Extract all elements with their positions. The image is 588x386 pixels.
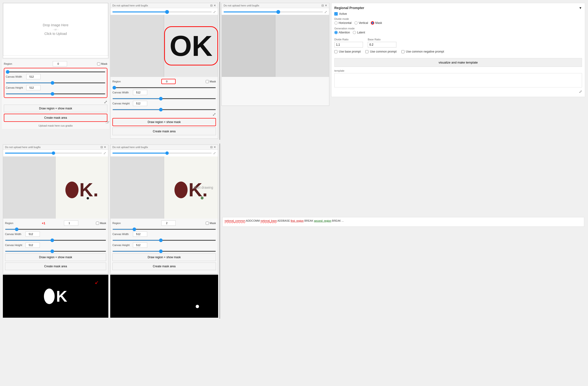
mask-checkbox-2[interactable]: Mask bbox=[206, 80, 216, 83]
canvas-width-slider-2[interactable] bbox=[112, 98, 216, 99]
top-slider-2[interactable] bbox=[112, 11, 212, 12]
base-ratio-input[interactable] bbox=[368, 42, 396, 47]
canvas-left-2[interactable] bbox=[110, 15, 164, 77]
canvas-height-slider-b1[interactable] bbox=[5, 251, 106, 252]
mask-checkbox-b1[interactable]: Mask bbox=[96, 222, 106, 225]
canvas-width-slider-b2[interactable] bbox=[112, 240, 216, 241]
use-common-neg-prompt-check[interactable] bbox=[401, 50, 404, 53]
region-input-b2[interactable] bbox=[161, 221, 176, 226]
canvas-width-input-1[interactable] bbox=[26, 74, 41, 79]
create-mask-btn-2[interactable]: Create mask area bbox=[112, 128, 216, 135]
vertical-radio[interactable]: Vertical bbox=[354, 21, 368, 24]
canvas-height-input-1[interactable] bbox=[26, 85, 41, 90]
mask-radio-circle[interactable] bbox=[371, 21, 374, 24]
minimize-icon-b2[interactable]: ⊟ bbox=[210, 145, 213, 149]
draw-region-btn-1[interactable]: Draw region + show mask bbox=[4, 105, 107, 112]
latent-radio-circle[interactable] bbox=[353, 31, 356, 34]
use-common-prompt-check[interactable] bbox=[365, 50, 368, 53]
canvas-height-slider-b2[interactable] bbox=[112, 251, 216, 252]
slider-b2[interactable] bbox=[112, 153, 212, 154]
ratio-section: Divide Ratio Base Ratio bbox=[334, 38, 582, 47]
latent-radio[interactable]: Latent bbox=[353, 31, 365, 34]
canvas-height-slider-1[interactable] bbox=[6, 93, 105, 94]
canvas-left-b1[interactable] bbox=[3, 157, 56, 219]
drawing-area-b1[interactable]: K. bbox=[3, 157, 108, 219]
divide-ratio-input[interactable] bbox=[334, 42, 363, 47]
region-slider-1[interactable] bbox=[6, 71, 105, 72]
canvas-width-slider-b1[interactable] bbox=[5, 240, 106, 241]
canvas-width-input-2[interactable] bbox=[133, 90, 147, 95]
region-label-b1: Region bbox=[5, 222, 24, 225]
slider-b1[interactable] bbox=[5, 153, 102, 154]
create-mask-btn-b1[interactable]: Create mask area bbox=[5, 263, 106, 270]
expand-icon-2[interactable]: ⤢ bbox=[112, 112, 216, 117]
region-slider-2[interactable] bbox=[112, 87, 216, 88]
black-dot-b1 bbox=[87, 197, 89, 200]
expand-b2[interactable]: ⤢ bbox=[213, 151, 216, 155]
close-icon-b2[interactable]: ✕ bbox=[213, 145, 216, 149]
canvas-right-b1[interactable]: K. bbox=[56, 157, 108, 219]
use-base-prompt-check[interactable] bbox=[334, 50, 337, 53]
upload-mask-link-1[interactable]: Upload mask here cus gradio bbox=[4, 124, 107, 127]
canvas-width-row-b1: Canvas Width bbox=[5, 231, 106, 237]
horizontal-radio[interactable]: Horizontal bbox=[334, 21, 352, 24]
expand-canvas-icon-3[interactable]: ⤢ bbox=[324, 10, 327, 14]
region-input-b1[interactable] bbox=[64, 221, 78, 226]
canvas-height-input-b1[interactable] bbox=[25, 242, 40, 248]
visualize-btn[interactable]: visualize and make template bbox=[334, 58, 582, 67]
draw-region-btn-b2[interactable]: Draw region + show mask bbox=[112, 253, 216, 261]
create-mask-btn-1[interactable]: Create mask area bbox=[4, 114, 107, 122]
canvas-height-row-b1: Canvas Height bbox=[5, 242, 106, 248]
canvas-width-slider-1[interactable] bbox=[6, 82, 105, 83]
collapse-icon[interactable]: ▼ bbox=[579, 6, 582, 10]
region-row-2: Region Mask bbox=[112, 79, 216, 84]
expand-icon-regional[interactable]: ⤢ bbox=[334, 89, 582, 94]
mask-label-1: Mask bbox=[101, 62, 107, 65]
canvas-height-input-b2[interactable] bbox=[133, 242, 147, 248]
minimize-icon-3[interactable]: ⊟ bbox=[321, 4, 324, 7]
click-upload-text[interactable]: Click to Upload bbox=[44, 32, 67, 36]
canvas-width-input-b1[interactable] bbox=[25, 231, 40, 237]
canvas-right-b2[interactable]: K. Start drawing bbox=[164, 157, 218, 219]
region-input-2[interactable] bbox=[161, 79, 176, 84]
horizontal-radio-circle[interactable] bbox=[334, 21, 338, 24]
canvas-left-3[interactable] bbox=[222, 15, 275, 77]
minimize-icon-b1[interactable]: ⊟ bbox=[101, 145, 103, 149]
canvas-height-slider-2[interactable] bbox=[112, 109, 216, 110]
mask-check-2[interactable] bbox=[206, 80, 209, 83]
canvas-width-input-b2[interactable] bbox=[133, 231, 147, 237]
mask-check-1[interactable] bbox=[97, 62, 100, 66]
canvas-right-3[interactable] bbox=[275, 15, 329, 77]
close-icon-2[interactable]: ✕ bbox=[213, 4, 216, 7]
draw-region-btn-2[interactable]: Draw region + show mask bbox=[112, 118, 216, 126]
canvas-height-input-2[interactable] bbox=[133, 101, 147, 106]
region-slider-b2[interactable] bbox=[112, 229, 216, 230]
canvas-right-2[interactable]: OK bbox=[164, 15, 218, 77]
region-input-1[interactable] bbox=[53, 61, 67, 67]
mask-checkbox-1[interactable]: Mask bbox=[97, 62, 107, 66]
mask-radio[interactable]: Mask bbox=[371, 21, 382, 24]
expand-icon-1[interactable]: ⤢ bbox=[4, 99, 107, 105]
drawing-area-b2[interactable]: K. Start drawing bbox=[110, 157, 218, 219]
minimize-icon-2[interactable]: ⊟ bbox=[210, 4, 213, 7]
canvas-left-b2[interactable] bbox=[110, 157, 164, 219]
mask-check-b2[interactable] bbox=[206, 222, 209, 225]
draw-region-btn-b1[interactable]: Draw region + show mask bbox=[5, 253, 106, 261]
create-mask-btn-b2[interactable]: Create mask area bbox=[112, 263, 216, 270]
expand-canvas-icon-2[interactable]: ⤢ bbox=[213, 10, 216, 14]
close-icon-3[interactable]: ✕ bbox=[325, 4, 327, 7]
attention-radio-circle[interactable] bbox=[334, 31, 338, 34]
active-checkbox[interactable]: ✓ bbox=[334, 12, 338, 16]
canvas-icons-3: ⊟ ✕ bbox=[321, 4, 327, 7]
expand-b1[interactable]: ⤢ bbox=[103, 151, 106, 155]
top-slider-3[interactable] bbox=[224, 11, 323, 12]
canvas-empty-area-3[interactable] bbox=[222, 15, 329, 77]
mask-check-b1[interactable] bbox=[96, 222, 99, 225]
region-slider-b1[interactable] bbox=[5, 229, 106, 230]
upload-dropzone[interactable]: Drop Image Here - or - Click to Upload bbox=[3, 3, 108, 56]
mask-checkbox-b2[interactable]: Mask bbox=[206, 222, 216, 225]
close-icon-b1[interactable]: ✕ bbox=[104, 145, 106, 149]
vertical-radio-circle[interactable] bbox=[354, 21, 358, 24]
attention-radio[interactable]: Attention bbox=[334, 31, 350, 34]
template-input[interactable] bbox=[334, 73, 582, 88]
